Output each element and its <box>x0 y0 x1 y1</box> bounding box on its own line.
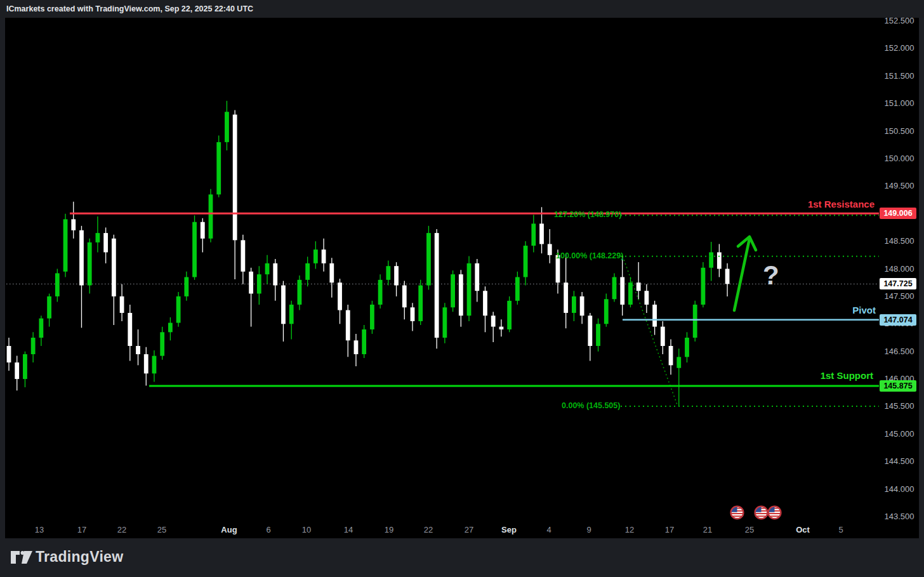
footer-bar: TradingView <box>0 538 924 577</box>
candle[interactable] <box>426 226 431 290</box>
candle[interactable] <box>88 239 92 294</box>
time-axis-tick[interactable]: 17 <box>63 525 101 534</box>
candle[interactable] <box>216 136 221 197</box>
time-axis-tick[interactable]: 14 <box>329 525 367 534</box>
candle[interactable] <box>192 215 197 280</box>
resistance-price-badge[interactable]: 149.006 <box>880 208 916 219</box>
price-axis-tick[interactable]: 150.000 <box>881 154 918 163</box>
pivot-price-badge[interactable]: 147.074 <box>880 314 916 326</box>
price-axis-tick[interactable]: 147.500 <box>881 291 918 301</box>
chart-header-bar: ICmarkets created with TradingView.com, … <box>0 0 924 18</box>
tradingview-chart-window: ICmarkets created with TradingView.com, … <box>0 0 924 577</box>
time-axis-tick[interactable]: 4 <box>530 525 568 534</box>
time-axis-tick[interactable]: 5 <box>822 525 860 534</box>
candlestick-chart-canvas[interactable] <box>0 0 924 577</box>
fib-level-label[interactable]: 0.00% (145.505) <box>562 401 620 410</box>
resistance-level-label[interactable]: 1st Resistance <box>729 199 874 209</box>
candle[interactable] <box>612 273 617 302</box>
current-price-badge[interactable]: 147.725 <box>880 278 916 289</box>
price-axis-tick[interactable]: 146.500 <box>881 347 918 356</box>
time-axis-tick[interactable]: 9 <box>570 525 608 534</box>
support-level-label[interactable]: 1st Support <box>729 370 873 381</box>
tradingview-brand-text[interactable]: TradingView <box>36 548 123 566</box>
price-axis-tick[interactable]: 144.000 <box>881 484 918 494</box>
price-axis-tick[interactable]: 151.000 <box>881 98 918 108</box>
time-axis-tick[interactable]: Aug <box>210 525 248 534</box>
candle[interactable] <box>467 256 472 321</box>
time-axis-tick[interactable]: 25 <box>143 525 181 534</box>
time-axis-tick[interactable]: 21 <box>689 525 727 534</box>
candle[interactable] <box>435 229 439 348</box>
pivot-level-label[interactable]: Pivot <box>760 305 876 315</box>
candle[interactable] <box>209 189 213 242</box>
candle[interactable] <box>507 296 512 332</box>
price-axis-tick[interactable]: 144.500 <box>881 456 918 466</box>
us-flag-event-icon[interactable] <box>754 505 769 522</box>
price-axis-tick[interactable]: 151.500 <box>881 71 918 81</box>
time-axis-tick[interactable]: 19 <box>370 525 408 534</box>
time-axis-tick[interactable]: 27 <box>450 525 488 534</box>
question-mark-annotation[interactable]: ? <box>763 260 779 291</box>
time-axis-tick[interactable]: 12 <box>610 525 649 534</box>
time-axis-tick[interactable]: 22 <box>409 525 447 534</box>
candle[interactable] <box>362 325 366 358</box>
price-axis-tick[interactable]: 148.000 <box>881 264 918 274</box>
time-axis-tick[interactable]: 17 <box>650 525 689 534</box>
time-axis-tick[interactable]: 13 <box>20 525 58 534</box>
candle[interactable] <box>418 280 423 325</box>
time-axis-tick[interactable]: 6 <box>249 525 287 534</box>
price-axis-tick[interactable]: 148.500 <box>881 236 918 246</box>
price-axis-tick[interactable]: 143.500 <box>881 512 918 521</box>
price-axis-tick[interactable]: 149.500 <box>881 181 918 190</box>
candle[interactable] <box>693 301 697 342</box>
time-axis-tick[interactable]: Sep <box>490 525 528 534</box>
price-axis-tick[interactable]: 145.000 <box>881 429 918 439</box>
time-axis-tick[interactable]: 22 <box>103 525 141 534</box>
support-price-badge[interactable]: 145.875 <box>880 380 916 392</box>
us-flag-event-icon[interactable] <box>730 505 744 522</box>
candle[interactable] <box>63 214 68 277</box>
tradingview-logo-icon[interactable] <box>10 549 33 567</box>
price-axis-tick[interactable]: 145.500 <box>881 401 918 411</box>
fib-level-label[interactable]: 127.20% (148.970) <box>554 210 621 219</box>
candle[interactable] <box>701 262 706 307</box>
price-axis-tick[interactable]: 152.000 <box>881 43 918 53</box>
us-flag-event-icon[interactable] <box>767 505 782 522</box>
candle[interactable] <box>442 303 447 343</box>
fib-level-label[interactable]: 100.00% (148.229) <box>556 251 623 260</box>
candle[interactable] <box>451 270 455 312</box>
time-axis-tick[interactable]: Oct <box>784 525 822 534</box>
candle[interactable] <box>176 292 181 327</box>
candle[interactable] <box>370 301 374 334</box>
time-axis-tick[interactable]: 25 <box>730 525 769 534</box>
time-axis-tick[interactable]: 10 <box>287 525 326 534</box>
price-axis-tick[interactable]: 150.500 <box>881 126 918 136</box>
chart-attribution-title: ICmarkets created with TradingView.com, … <box>0 0 253 13</box>
